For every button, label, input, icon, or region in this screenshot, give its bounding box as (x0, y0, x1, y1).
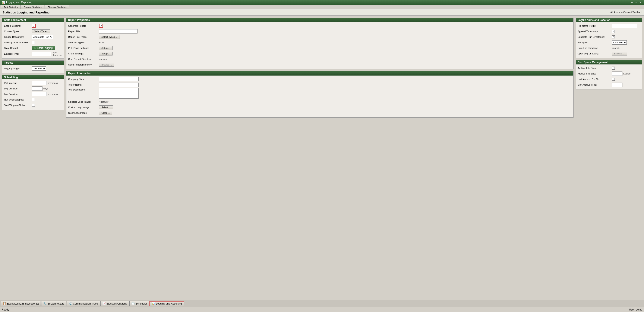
play-icon: ▶ (34, 46, 36, 50)
report-title-input[interactable]: Test Report (99, 29, 138, 33)
archive-into-files-checkbox[interactable]: ✓ (612, 67, 615, 70)
start-stop-global-label: Start/Stop on Global: (4, 104, 32, 106)
run-until-stopped-checkbox[interactable] (32, 98, 35, 101)
company-name-label: Company Name: (68, 78, 99, 80)
tab-chimera-statistics[interactable]: Chimera Statistics (45, 5, 70, 9)
targets-header: Targets (2, 61, 64, 65)
curr-report-dir-row: Curr. Report Directory: <none> (68, 57, 572, 61)
restore-button[interactable]: □ (634, 1, 638, 4)
generate-report-row: Generate Report: ✓ (68, 23, 572, 28)
test-description-input[interactable] (99, 88, 138, 99)
generate-report-checkbox[interactable]: ✓ (99, 24, 103, 28)
archive-file-size-input[interactable]: 100 (612, 71, 622, 76)
selected-types-label: Selected Types: (68, 41, 99, 44)
file-type-row: File Type: CSV File (578, 40, 640, 45)
file-name-prefix-label: File Name Prefix: (578, 24, 612, 27)
limit-archive-label: Limit Archive File No: (578, 78, 612, 80)
pdf-page-settings-button[interactable]: Setup ... (99, 46, 112, 50)
test-description-row: Test Description: (68, 88, 572, 99)
enable-logging-row: Enable Logging: ✓ (4, 23, 62, 28)
archive-file-size-unit: Kbytes (623, 72, 630, 75)
file-name-prefix-row: File Name Prefix: statslog (578, 23, 640, 28)
tester-name-input[interactable] (99, 83, 138, 87)
scheduling-section: Scheduling Poll Interval: 00:00:01 hh:mm… (2, 75, 64, 110)
browse-log-button[interactable]: Browse ... (612, 52, 627, 55)
tab-port-statistics[interactable]: Port Statistics (1, 5, 21, 9)
pdf-page-settings-label: PDF Page Settings: (68, 47, 99, 49)
state-and-content-body: Enable Logging: ✓ Counter Types: Select … (2, 22, 64, 58)
report-title-label: Report Title: (68, 30, 99, 33)
selected-logo-row: Selected Logo Image: <default> (68, 99, 572, 104)
limit-archive-row: Limit Archive File No: ✓ (578, 77, 640, 81)
title-bar-text: Logging and Reporting (6, 1, 32, 4)
limit-archive-checkbox[interactable]: ✓ (612, 78, 615, 81)
curr-report-dir-label: Curr. Report Directory: (68, 58, 99, 60)
custom-logo-label: Custom Logo Image: (68, 106, 99, 109)
file-type-select[interactable]: CSV File (612, 40, 627, 45)
curr-report-dir-value: <none> (99, 58, 107, 60)
elapsed-time-row: Elapsed Time: 0 00:00:00 days hh:mm:ss (4, 51, 62, 56)
source-resolution-label: Source Resolution: (4, 36, 32, 38)
max-archive-input[interactable]: 25 (612, 83, 622, 87)
minimize-button[interactable]: ─ (630, 1, 634, 4)
append-timestamp-checkbox[interactable]: ✓ (612, 30, 615, 33)
separate-run-dirs-row: Separate Run Directories: ✓ (578, 34, 640, 39)
archive-file-size-label: Archive File Size: (578, 72, 612, 75)
poll-interval-container: 00:00:01 hh:mm:ss (32, 81, 58, 85)
clear-logo-label: Clear Logo Image: (68, 112, 99, 114)
source-resolution-select[interactable]: Aggregate Port (32, 35, 53, 39)
file-name-prefix-input[interactable]: statslog (612, 24, 638, 28)
company-name-input[interactable] (99, 77, 138, 81)
report-information-section: Report Information Company Name: Tester … (66, 71, 574, 118)
log-duration-days-input[interactable]: 0 (32, 86, 42, 91)
log-duration-time-row: Log Duration: 01:00:00 hh:mm:ss (4, 92, 62, 96)
start-logging-button[interactable]: ▶ Start Logging (32, 46, 55, 50)
logging-target-label: Logging Target: (4, 67, 32, 70)
log-duration-days-unit: days (43, 87, 48, 90)
select-logo-button[interactable]: Select ... (99, 105, 113, 109)
curr-log-dir-label: Curr. Log Directory: (578, 47, 612, 49)
append-timestamp-row: Append Timestamp: ✓ (578, 29, 640, 34)
left-column: State and Content Enable Logging: ✓ Coun… (2, 18, 64, 299)
logging-target-select[interactable]: Text File (32, 66, 46, 71)
start-stop-global-checkbox[interactable] (32, 104, 35, 107)
counter-types-row: Counter Types: Select Types (4, 29, 62, 34)
elapsed-time-unit: days hh:mm:ss (52, 51, 62, 56)
separate-run-dirs-label: Separate Run Directories: (578, 36, 612, 38)
disc-space-body: Archive Into Files: ✓ Archive File Size:… (576, 64, 642, 89)
chart-settings-label: Chart Settings: (68, 52, 99, 55)
log-duration-time-container: 01:00:00 hh:mm:ss (32, 92, 58, 96)
report-properties-header: Report Properties (66, 18, 573, 22)
report-file-types-button[interactable]: Select Types ... (99, 35, 120, 39)
disc-space-section: Disc Space Management Archive Into Files… (576, 60, 642, 89)
poll-interval-input[interactable]: 00:00:01 (32, 81, 47, 85)
page-subtitle: All Ports in Current Testbed (610, 11, 642, 14)
clear-logo-button[interactable]: Clear ... (99, 111, 112, 115)
scheduling-body: Poll Interval: 00:00:01 hh:mm:ss Log Dur… (2, 79, 64, 110)
enable-logging-checkbox[interactable]: ✓ (32, 24, 36, 28)
source-resolution-row: Source Resolution: Aggregate Port (4, 34, 62, 39)
log-duration-days-container: 0 days (32, 86, 48, 91)
selected-types-value: PDF (99, 41, 104, 44)
close-button[interactable]: ✕ (638, 1, 642, 4)
title-bar-left: 📊 Logging and Reporting (2, 1, 32, 4)
state-control-row: State Control: ▶ Start Logging (4, 46, 62, 50)
curr-log-dir-row: Curr. Log Directory: <none> (578, 46, 640, 50)
chart-settings-button[interactable]: Setup ... (99, 52, 112, 55)
separate-run-dirs-checkbox[interactable]: ✓ (612, 35, 615, 38)
elapsed-time-input[interactable]: 0 00:00:00 (32, 52, 51, 56)
latency-oor-checkbox[interactable] (32, 41, 35, 44)
targets-body: Logging Target: Text File (2, 65, 64, 73)
tabs-bar: Port Statistics Stream Statistics Chimer… (0, 5, 644, 9)
tab-stream-statistics[interactable]: Stream Statistics (21, 5, 44, 9)
tester-name-label: Tester Name: (68, 83, 99, 86)
browse-report-button[interactable]: Browse ... (99, 63, 114, 67)
log-duration-time-input[interactable]: 01:00:00 (32, 92, 47, 96)
log-duration-time-unit: hh:mm:ss (48, 93, 58, 95)
select-types-button[interactable]: Select Types (32, 29, 50, 33)
app-icon: 📊 (2, 1, 5, 4)
report-information-body: Company Name: Tester Name: Test Descript… (66, 75, 573, 117)
right-column: Logfile Name and Location File Name Pref… (576, 18, 642, 299)
start-stop-global-row: Start/Stop on Global: (4, 103, 62, 108)
log-duration-time-label: Log Duration: (4, 93, 32, 95)
